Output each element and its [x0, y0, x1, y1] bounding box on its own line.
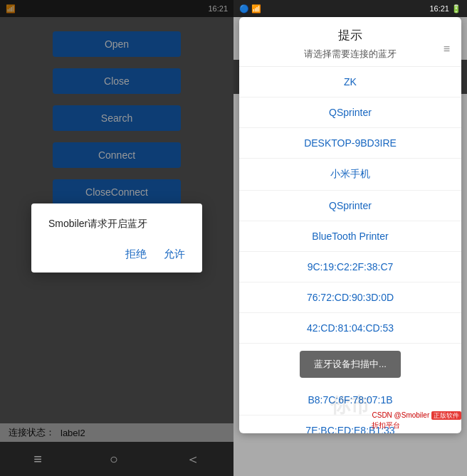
bluetooth-status-icon: 🔵: [239, 4, 249, 13]
dialog-buttons: 拒绝 允许: [48, 248, 185, 261]
allow-button[interactable]: 允许: [164, 248, 185, 261]
wifi-icon: 📶: [251, 4, 261, 13]
device-item-xiaomi[interactable]: 小米手机: [239, 159, 461, 191]
bluetooth-modal: 提示 请选择需要连接的蓝牙 ≡ ZK QSprinter DESKTOP-9BD…: [239, 17, 461, 433]
dialog-overlay: Smobiler请求开启蓝牙 拒绝 允许: [0, 0, 234, 476]
scan-button-row: 蓝牙设备扫描中...: [239, 344, 461, 385]
right-status-left: 🔵 📶: [239, 4, 261, 14]
csdn-text: CSDN @Smobiler: [372, 411, 429, 419]
bluetooth-dialog: Smobiler请求开启蓝牙 拒绝 允许: [31, 203, 202, 273]
device-item-mac3[interactable]: 42:CD:81:04:CD:53: [239, 313, 461, 344]
right-status-bar: 🔵 📶 16:21 🔋: [234, 0, 467, 17]
modal-header: 提示 请选择需要连接的蓝牙: [239, 17, 461, 67]
right-panel: 🔵 📶 16:21 🔋 提示 请选择需要连接的蓝牙 ≡ ZK QSprinter…: [234, 0, 467, 476]
scan-button[interactable]: 蓝牙设备扫描中...: [300, 351, 401, 378]
modal-title: 提示: [251, 27, 450, 43]
sub-badge: 折扣平台: [372, 421, 400, 429]
left-panel: 📶 16:21 Open Close Search Connect CloseC…: [0, 0, 234, 476]
reject-button[interactable]: 拒绝: [125, 248, 147, 261]
device-item-mac2[interactable]: 76:72:CD:90:3D:0D: [239, 282, 461, 313]
modal-menu-icon[interactable]: ≡: [444, 43, 450, 55]
device-item-mac1[interactable]: 9C:19:C2:2F:38:C7: [239, 252, 461, 282]
battery-icon: 🔋: [451, 4, 461, 13]
device-item-bluetooth-printer[interactable]: BlueTooth Printer: [239, 221, 461, 252]
device-item-desktop[interactable]: DESKTOP-9BD3IRE: [239, 128, 461, 159]
red-badge: 正版软件: [431, 411, 461, 420]
right-status-right: 16:21 🔋: [429, 4, 461, 14]
dialog-message: Smobiler请求开启蓝牙: [48, 218, 185, 231]
device-item-zk[interactable]: ZK: [239, 67, 461, 97]
device-item-qsprinter2[interactable]: QSprinter: [239, 191, 461, 221]
device-list: ZK QSprinter DESKTOP-9BD3IRE 小米手机 QSprin…: [239, 67, 461, 433]
modal-subtitle: 请选择需要连接的蓝牙: [251, 48, 450, 60]
csdn-badge: CSDN @Smobiler 正版软件 折扣平台: [372, 411, 461, 430]
right-time: 16:21: [429, 4, 449, 13]
device-item-qsprinter1[interactable]: QSprinter: [239, 97, 461, 128]
